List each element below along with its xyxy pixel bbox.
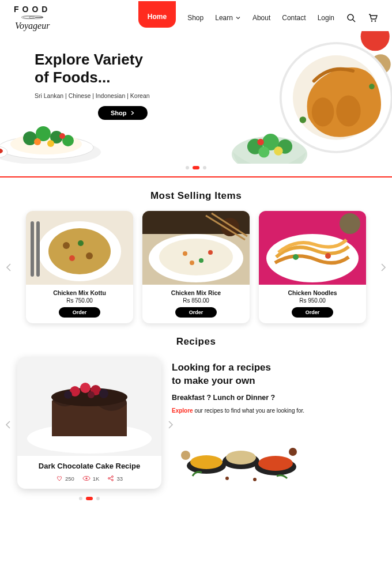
product-price: Rs 950.00 bbox=[262, 297, 363, 304]
svg-line-5 bbox=[353, 20, 355, 22]
svg-point-50 bbox=[208, 250, 213, 255]
svg-point-57 bbox=[293, 254, 299, 260]
recipes-section: Dark Chocolate Cake Recipe 250 1K 33 bbox=[0, 357, 392, 522]
product-price: Rs 750.00 bbox=[29, 297, 130, 304]
products-carousel: Chicken Mix Kottu Rs 750.00 Order bbox=[0, 211, 392, 323]
nav-shop[interactable]: Shop bbox=[187, 14, 203, 22]
product-name: Chicken Noodles bbox=[262, 289, 363, 296]
svg-point-17 bbox=[59, 133, 65, 139]
svg-point-78 bbox=[190, 455, 223, 469]
hero-dot-1[interactable] bbox=[193, 166, 199, 169]
svg-point-73 bbox=[112, 476, 114, 478]
nav-contact[interactable]: Contact bbox=[282, 14, 306, 22]
nav-login[interactable]: Login bbox=[318, 14, 334, 22]
nav: Home Shop Learn About Contact Login bbox=[138, 8, 378, 28]
order-button[interactable]: Order bbox=[292, 307, 334, 318]
product-image-rice bbox=[142, 211, 250, 285]
svg-point-59 bbox=[340, 213, 360, 234]
whisk-icon bbox=[21, 15, 44, 20]
chevron-right-icon bbox=[130, 111, 135, 115]
svg-point-80 bbox=[226, 451, 256, 465]
svg-point-82 bbox=[258, 456, 293, 471]
svg-point-25 bbox=[312, 97, 334, 126]
hero-title-line1: Explore Variety bbox=[35, 51, 143, 68]
recipe-prev-arrow[interactable] bbox=[5, 420, 12, 429]
nav-home[interactable]: Home bbox=[138, 1, 176, 28]
recipe-carousel-dots bbox=[17, 494, 161, 505]
svg-point-26 bbox=[300, 116, 307, 123]
recipe-dot-0[interactable] bbox=[79, 497, 82, 500]
product-price: Rs 850.00 bbox=[146, 297, 246, 304]
views-count: 1K bbox=[93, 475, 100, 482]
hero-food-chicken-illustration bbox=[225, 31, 392, 164]
recipes-subheading: Breakfast ? Lunch or Dinner ? bbox=[172, 394, 375, 402]
recipe-card[interactable]: Dark Chocolate Cake Recipe 250 1K 33 bbox=[17, 357, 161, 489]
recipes-heading-line2: to make your own bbox=[172, 375, 255, 386]
logo[interactable]: FOOD Voyageur bbox=[14, 5, 51, 31]
svg-point-37 bbox=[48, 228, 111, 274]
order-button[interactable]: Order bbox=[175, 307, 217, 318]
product-card[interactable]: Chicken Noodles Rs 950.00 Order bbox=[259, 211, 366, 323]
svg-point-58 bbox=[325, 253, 331, 259]
cart-icon[interactable] bbox=[368, 13, 378, 23]
product-card[interactable]: Chicken Mix Rice Rs 850.00 Order bbox=[142, 211, 250, 323]
share-icon bbox=[107, 475, 114, 482]
svg-point-0 bbox=[22, 16, 36, 18]
svg-point-15 bbox=[34, 138, 41, 145]
recipe-stats: 250 1K 33 bbox=[23, 475, 156, 482]
products-prev-arrow[interactable] bbox=[2, 261, 15, 274]
recipes-desc-rest: our recipes to find what you are looking… bbox=[193, 407, 304, 414]
svg-point-20 bbox=[361, 31, 390, 51]
order-button[interactable]: Order bbox=[59, 307, 101, 318]
svg-rect-42 bbox=[31, 221, 34, 277]
product-image-kottu bbox=[26, 211, 133, 285]
svg-point-65 bbox=[80, 383, 91, 393]
shop-button-label: Shop bbox=[111, 109, 127, 116]
chevron-down-icon bbox=[235, 15, 241, 21]
products-next-arrow[interactable] bbox=[377, 261, 390, 274]
hero-dot-2[interactable] bbox=[203, 166, 206, 169]
svg-point-40 bbox=[78, 240, 84, 246]
svg-point-32 bbox=[258, 146, 269, 157]
recipes-title: Recipes bbox=[0, 336, 392, 348]
recipe-dot-2[interactable] bbox=[96, 497, 100, 500]
svg-point-38 bbox=[63, 242, 70, 249]
nav-about[interactable]: About bbox=[252, 14, 270, 22]
logo-text-bottom: Voyageur bbox=[15, 21, 50, 31]
nav-learn[interactable]: Learn bbox=[215, 14, 241, 22]
shop-button[interactable]: Shop bbox=[98, 106, 148, 120]
nav-learn-label: Learn bbox=[215, 14, 233, 22]
logo-text-top: FOOD bbox=[14, 5, 51, 14]
recipe-dot-1[interactable] bbox=[86, 497, 93, 500]
svg-point-39 bbox=[86, 252, 93, 259]
explore-link[interactable]: Explore bbox=[172, 407, 193, 414]
svg-point-72 bbox=[108, 478, 110, 479]
svg-point-83 bbox=[181, 451, 190, 460]
svg-point-24 bbox=[336, 96, 360, 127]
svg-point-49 bbox=[199, 258, 203, 263]
most-selling-title: Most Selling Items bbox=[0, 190, 392, 202]
svg-point-71 bbox=[85, 477, 87, 479]
recipe-likes: 250 bbox=[56, 475, 74, 482]
hero-food-plate-left-illustration bbox=[0, 100, 104, 164]
svg-point-4 bbox=[348, 14, 353, 20]
recipes-promo: Looking for a recipes to make your own B… bbox=[172, 357, 375, 484]
recipe-image-cake bbox=[17, 357, 161, 456]
heart-icon bbox=[56, 475, 63, 482]
svg-point-27 bbox=[369, 84, 375, 89]
hero-dot-0[interactable] bbox=[186, 166, 189, 169]
search-icon[interactable] bbox=[346, 13, 356, 23]
recipe-next-arrow[interactable] bbox=[167, 420, 174, 429]
svg-point-33 bbox=[274, 146, 282, 155]
svg-point-41 bbox=[69, 255, 75, 261]
svg-point-68 bbox=[64, 391, 72, 399]
recipes-heading-line1: Looking for a recipes bbox=[172, 362, 271, 373]
section-divider bbox=[0, 176, 392, 178]
svg-point-67 bbox=[99, 389, 108, 398]
hero-title-line2: of Foods... bbox=[35, 69, 110, 86]
svg-point-48 bbox=[183, 251, 187, 256]
product-card[interactable]: Chicken Mix Kottu Rs 750.00 Order bbox=[26, 211, 133, 323]
svg-point-85 bbox=[225, 477, 229, 480]
svg-point-69 bbox=[88, 391, 95, 398]
hero-carousel-dots bbox=[0, 164, 392, 174]
